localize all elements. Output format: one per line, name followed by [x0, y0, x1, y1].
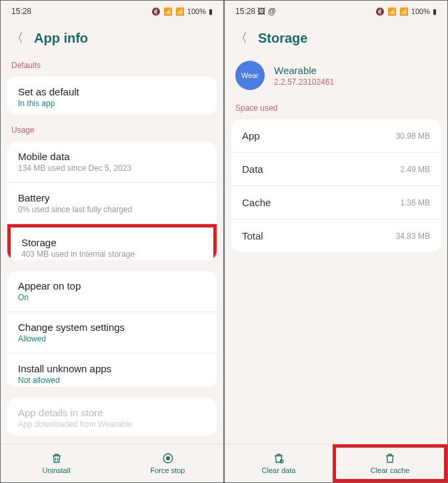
phone-left: 15:28 🔇 📶 📶 100% ▮ 〈 App info Defaults S…	[0, 0, 224, 483]
status-icons: 🔇 📶 📶 100% ▮	[151, 7, 213, 16]
item-title: Battery	[18, 192, 206, 203]
page-header: 〈 App info	[1, 22, 223, 58]
row-total: Total 34.83 MB	[231, 219, 441, 252]
row-value: 30.98 MB	[396, 131, 430, 141]
item-title: Storage	[21, 237, 203, 248]
status-icons: 🔇 📶 📶 100% ▮	[375, 7, 437, 16]
app-icon: Wear	[235, 61, 265, 90]
item-title: App details in store	[18, 407, 206, 418]
battery-text: 100%	[187, 7, 206, 15]
signal-icon: 📶	[399, 7, 409, 16]
trash-data-icon	[273, 452, 285, 464]
statusbar: 15:28 🖼 @ 🔇 📶 📶 100% ▮	[225, 1, 447, 22]
item-install-unknown[interactable]: Install unknown apps Not allowed	[7, 354, 217, 386]
status-time: 15:28	[11, 7, 31, 16]
button-label: Force stop	[151, 466, 185, 474]
signal-icon: 📶	[175, 7, 185, 16]
item-change-system[interactable]: Change system settings Allowed	[7, 312, 217, 354]
svg-point-1	[166, 457, 169, 460]
item-title: Install unknown apps	[18, 363, 206, 374]
item-sub: 0% used since last fully charged	[18, 205, 206, 214]
row-label: Total	[242, 230, 263, 242]
clear-cache-button[interactable]: Clear cache	[333, 444, 447, 482]
wifi-icon: 📶	[387, 7, 397, 16]
row-cache: Cache 1.36 MB	[231, 186, 441, 219]
app-header: Wear Wearable 2.2.57.23102461	[225, 58, 447, 101]
row-value: 34.83 MB	[396, 231, 430, 241]
uninstall-button[interactable]: Uninstall	[1, 444, 112, 482]
battery-icon: ▮	[209, 7, 213, 16]
item-sub: In this app	[18, 99, 206, 108]
trash-icon	[51, 452, 63, 464]
row-value: 1.36 MB	[400, 198, 430, 207]
item-title: Change system settings	[18, 322, 206, 333]
back-icon[interactable]: 〈	[11, 30, 23, 46]
row-label: App	[242, 130, 260, 141]
item-title: Appear on top	[18, 280, 206, 292]
force-stop-button[interactable]: Force stop	[112, 444, 223, 482]
app-name: Wearable	[274, 65, 334, 76]
button-label: Uninstall	[42, 466, 70, 474]
usage-card: Mobile data 134 MB used since Dec 5, 202…	[7, 141, 217, 260]
app-version: 2.2.57.23102461	[274, 77, 334, 87]
button-label: Clear cache	[371, 466, 410, 474]
mute-icon: 🔇	[151, 7, 161, 16]
battery-icon: ▮	[433, 7, 437, 16]
item-storage[interactable]: Storage 403 MB used in Internal storage	[7, 224, 217, 260]
row-app: App 30.98 MB	[231, 119, 441, 153]
mute-icon: 🔇	[375, 7, 385, 16]
wifi-icon: 📶	[163, 7, 173, 16]
battery-text: 100%	[411, 7, 430, 15]
item-appear-on-top[interactable]: Appear on top On	[7, 271, 217, 312]
statusbar: 15:28 🔇 📶 📶 100% ▮	[1, 1, 223, 22]
item-sub: Not allowed	[18, 376, 206, 385]
back-icon[interactable]: 〈	[235, 30, 247, 46]
item-sub: On	[18, 293, 206, 302]
row-label: Data	[242, 163, 263, 175]
row-data: Data 2.49 MB	[231, 153, 441, 186]
item-title: Mobile data	[18, 151, 206, 162]
item-title: Set as default	[18, 86, 206, 97]
item-battery[interactable]: Battery 0% used since last fully charged	[7, 183, 217, 224]
item-sub: 134 MB used since Dec 5, 2023	[18, 163, 206, 173]
item-mobile-data[interactable]: Mobile data 134 MB used since Dec 5, 202…	[7, 141, 217, 183]
clear-data-button[interactable]: Clear data	[225, 444, 333, 482]
page-title: Storage	[258, 31, 307, 46]
item-set-default[interactable]: Set as default In this app	[7, 77, 217, 115]
button-label: Clear data	[262, 466, 296, 474]
item-app-details-store[interactable]: App details in store App downloaded from…	[7, 398, 217, 436]
bottom-bar: Clear data Clear cache	[225, 444, 447, 482]
section-usage: Usage	[1, 123, 223, 139]
bottom-bar: Uninstall Force stop	[1, 444, 223, 482]
section-space-used: Space used	[225, 101, 447, 117]
row-label: Cache	[242, 197, 271, 208]
defaults-card: Set as default In this app	[7, 77, 217, 115]
page-header: 〈 Storage	[225, 22, 447, 58]
item-sub: Allowed	[18, 334, 206, 344]
row-value: 2.49 MB	[400, 165, 430, 174]
store-card: App details in store App downloaded from…	[7, 398, 217, 436]
space-card: App 30.98 MB Data 2.49 MB Cache 1.36 MB …	[231, 119, 441, 252]
phone-right: 15:28 🖼 @ 🔇 📶 📶 100% ▮ 〈 Storage Wear We…	[224, 0, 448, 483]
status-time: 15:28 🖼 @	[235, 7, 276, 16]
item-sub: App downloaded from Wearable	[18, 420, 206, 429]
item-sub: 403 MB used in Internal storage	[21, 250, 203, 259]
page-title: App info	[34, 31, 88, 46]
perm-card: Appear on top On Change system settings …	[7, 271, 217, 386]
section-defaults: Defaults	[1, 58, 223, 74]
stop-circle-icon	[162, 452, 174, 464]
trash-cache-icon	[384, 452, 396, 464]
